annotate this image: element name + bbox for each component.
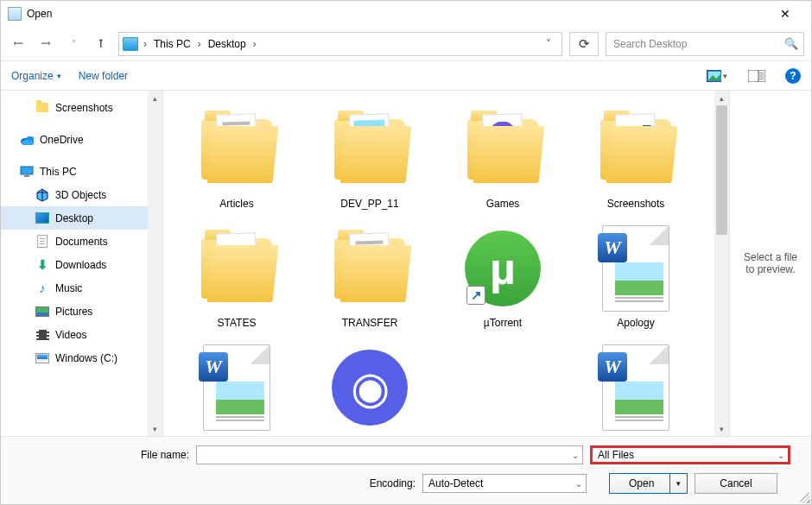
tree-scrollbar[interactable]: ▴ ▾ [148,91,162,436]
help-button[interactable]: ? [785,68,801,84]
file-item-label: Articles [219,198,253,210]
filename-combo[interactable]: ⌄ [196,445,583,464]
search-box[interactable]: 🔍 [606,32,804,56]
toolbar: Organize ▾ New folder ▾ ? [1,61,811,91]
scroll-up-icon[interactable]: ▴ [148,91,162,105]
drive-icon [35,351,49,365]
filename-input[interactable] [202,446,568,464]
scrollbar-thumb[interactable] [716,105,727,235]
tree-label: Downloads [55,259,106,271]
onedrive-icon [20,133,34,147]
preview-pane: Select a file to preview. [729,91,811,436]
filename-label: File name: [11,449,189,461]
pc-icon [123,37,138,51]
tree-label: Documents [55,236,108,248]
file-scrollbar[interactable]: ▴ ▾ [714,91,729,436]
tree-label: Videos [55,329,86,341]
up-button[interactable]: 🠕 [91,32,111,56]
file-item[interactable]: Articles [172,103,301,213]
file-item-label: DEV_PP_11 [340,198,398,210]
chevron-down-icon[interactable]: ⌄ [575,479,582,489]
search-input[interactable] [612,37,784,51]
tree-node-this-pc[interactable]: This PC [1,160,162,183]
refresh-button[interactable]: ⟳ [569,32,599,56]
file-item[interactable]: DEV_PP_11 [305,103,435,213]
tree-node-windows-c[interactable]: Windows (C:) [1,346,162,369]
cancel-button-label: Cancel [720,477,752,489]
address-dropdown-button[interactable]: ˅ [539,38,558,50]
forward-button[interactable]: 🠖 [35,32,56,56]
change-view-button[interactable]: ▾ [706,66,728,85]
notepad-icon [8,7,22,21]
tree-node-music[interactable]: ♪ Music [1,276,162,300]
chevron-right-icon[interactable]: › [251,38,258,50]
picture-icon [707,70,721,82]
file-item[interactable]: W [172,341,301,436]
3d-objects-icon [35,188,49,202]
preview-pane-button[interactable] [745,66,768,85]
file-item[interactable]: Games [438,103,568,213]
close-button[interactable]: ✕ [765,1,804,27]
svg-rect-5 [759,72,764,80]
file-type-value: All Files [598,449,774,461]
new-folder-button[interactable]: New folder [79,70,128,82]
back-button[interactable]: 🠔 [8,32,29,56]
preview-pane-icon [748,70,765,82]
folder-icon [331,106,409,193]
videos-icon [35,328,49,342]
chevron-down-icon: ▾ [723,72,727,80]
word-icon: W [597,344,675,431]
new-folder-label: New folder [79,70,128,82]
tree-node-downloads[interactable]: ⬇ Downloads [1,253,162,276]
scroll-down-icon[interactable]: ▾ [714,421,729,436]
breadcrumb-desktop[interactable]: Desktop [206,38,248,50]
breadcrumb-this-pc[interactable]: This PC [152,38,193,50]
file-item[interactable]: µ↗µTorrent [438,222,568,332]
organize-button[interactable]: Organize ▾ [11,70,61,82]
tree-node-screenshots[interactable]: Screenshots [1,96,162,119]
tree-node-onedrive[interactable]: OneDrive [1,128,162,151]
folder-icon [198,106,276,193]
tree-node-desktop[interactable]: Desktop [1,206,162,230]
file-list: ArticlesDEV_PP_11GamesScreenshotsSTATEST… [163,91,811,436]
file-item[interactable]: Screenshots [571,103,701,213]
tree-node-pictures[interactable]: Pictures [1,300,162,323]
cancel-button[interactable]: Cancel [695,473,777,494]
blank-icon [464,344,542,431]
file-grid[interactable]: ArticlesDEV_PP_11GamesScreenshotsSTATEST… [163,91,714,436]
chevron-down-icon: ▾ [57,72,61,80]
organize-label: Organize [11,70,54,82]
file-item[interactable]: ◉ [305,341,435,436]
file-item[interactable]: WApology [571,222,701,332]
folder-icon [35,101,49,115]
preview-text: Select a file to preview. [739,251,802,275]
tree-node-3d-objects[interactable]: 3D Objects [1,183,162,206]
chevron-right-icon[interactable]: › [196,38,203,50]
scroll-down-icon[interactable]: ▾ [148,421,162,436]
open-split-button[interactable]: ▾ [669,474,687,493]
chevron-down-icon[interactable]: ⌄ [777,451,784,460]
bottom-panel: File name: ⌄ All Files ⌄ Encoding: Auto-… [1,436,811,504]
file-item[interactable]: STATES [172,222,301,332]
file-item[interactable]: TRANSFER [305,222,435,332]
file-item-label: Screenshots [607,198,665,210]
open-button-label: Open [629,477,654,489]
file-item[interactable] [438,341,568,436]
tree-label: Music [55,282,82,294]
tree-node-videos[interactable]: Videos [1,323,162,346]
address-bar[interactable]: › This PC › Desktop › ˅ [118,32,562,56]
folder-icon [464,106,542,193]
recent-locations-button[interactable]: ˅ [63,32,84,56]
file-item[interactable]: W [571,341,701,436]
scroll-up-icon[interactable]: ▴ [714,91,729,105]
chevron-right-icon[interactable]: › [142,38,149,50]
open-button[interactable]: Open ▾ [609,473,688,494]
tree-node-documents[interactable]: Documents [1,230,162,253]
chevron-down-icon[interactable]: ⌄ [572,451,579,460]
resize-grip[interactable] [800,493,810,503]
utorrent-icon: µ↗ [464,225,542,312]
svg-rect-10 [24,175,29,177]
word-icon: W [597,225,675,312]
file-type-combo[interactable]: All Files ⌄ [590,445,790,464]
encoding-combo[interactable]: Auto-Detect ⌄ [422,474,587,493]
